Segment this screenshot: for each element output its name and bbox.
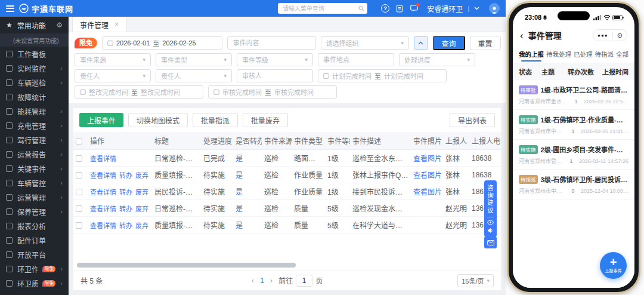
- discard-link[interactable]: 废弃: [135, 170, 148, 180]
- phone-tab-my-reports[interactable]: 我的上报: [519, 46, 544, 62]
- owner-select-1[interactable]: 责任人▾: [75, 69, 151, 82]
- phone-list-item[interactable]: 待指派 3级-石佛镇环卫所-居民投诉-垃圾车滴… 河南省郑州市中原区石佛镇电厂……: [513, 170, 634, 199]
- eye-icon[interactable]: [487, 220, 494, 225]
- menu-search[interactable]: [278, 3, 367, 14]
- sidebar-item-fault-stats[interactable]: 故障统计: [0, 90, 69, 104]
- report-date-range[interactable]: 2026-02-01 至 2026-02-25: [102, 36, 222, 50]
- audit-time-range[interactable]: 审核完成时间 至 审核完成时间: [208, 85, 337, 99]
- sidebar-item-open-platform[interactable]: 开放平台: [0, 247, 69, 262]
- help-icon[interactable]: ?: [380, 4, 390, 13]
- reset-button[interactable]: 重置: [470, 36, 501, 50]
- feedback-widget[interactable]: 咨询建议: [484, 180, 497, 237]
- sidebar-item-operation-report[interactable]: 运营报告›: [0, 147, 69, 161]
- exit-icon[interactable]: ⊙: [617, 32, 623, 39]
- discard-link[interactable]: 废弃: [135, 187, 148, 196]
- org-select[interactable]: 请选择组织▾: [321, 36, 409, 50]
- back-icon[interactable]: ‹: [520, 30, 524, 41]
- view-detail-link[interactable]: 查看详情: [90, 204, 116, 213]
- view-detail-link[interactable]: 查看详情: [90, 187, 116, 196]
- page-size-select[interactable]: 15条/页 ▾: [457, 274, 494, 287]
- auditor-field[interactable]: [237, 69, 313, 82]
- view-detail-link[interactable]: 查看详情: [90, 220, 116, 230]
- batch-discard-button[interactable]: 批量废弃: [243, 113, 288, 127]
- sidebar-item-operation-mgmt[interactable]: 运营管理›: [0, 190, 69, 204]
- goto-page-input[interactable]: [296, 275, 312, 287]
- message-icon[interactable]: [409, 4, 419, 13]
- event-location-input[interactable]: [323, 56, 389, 63]
- discard-link[interactable]: 废弃: [135, 220, 148, 230]
- switch-map-mode-button[interactable]: 切换地图模式: [128, 113, 188, 127]
- sidebar-item-vehicle-inspection[interactable]: 车辆巡检›: [0, 75, 69, 90]
- sidebar-item-sanitation-quality[interactable]: 环卫质量管理限免›: [0, 276, 69, 290]
- prev-page-button[interactable]: ‹: [252, 276, 254, 285]
- event-content-input[interactable]: [233, 39, 310, 47]
- row-checkbox[interactable]: [76, 222, 82, 229]
- sidebar-item-maintenance[interactable]: 保养管理›: [0, 204, 69, 219]
- plan-time-range[interactable]: 计划完成时间 至 计划完成时间: [318, 69, 447, 82]
- sidebar-item-key-events[interactable]: 关键事件›: [0, 161, 69, 176]
- sidebar-favorites[interactable]: ★ 常用功能 ⚙: [0, 17, 69, 33]
- menu-icon[interactable]: [6, 5, 14, 12]
- avatar[interactable]: [489, 3, 500, 14]
- phone-list-item[interactable]: 待审批 1级-市政环卫二公司-路面清扫质量-日常… 河南省郑州市金水区祭城路街道…: [513, 80, 634, 110]
- document-icon[interactable]: [395, 4, 404, 13]
- close-icon[interactable]: ×: [114, 20, 119, 29]
- more-icon[interactable]: ●●●: [597, 33, 608, 38]
- sidebar-item-parts-order[interactable]: 配件订单: [0, 233, 69, 247]
- rectify-time-range[interactable]: 整改完成时间 至 整改完成时间: [75, 85, 203, 99]
- cell-transferred[interactable]: 是: [233, 220, 262, 230]
- row-checkbox[interactable]: [76, 205, 82, 212]
- sidebar-item-vehicle-control[interactable]: 车辆管控›: [0, 176, 69, 190]
- transfer-link[interactable]: 转办: [119, 204, 132, 213]
- owner-select-2[interactable]: 责任人▾: [156, 69, 232, 82]
- collapse-filters-button[interactable]: [414, 36, 428, 50]
- org-name[interactable]: 安睿通环卫: [427, 4, 463, 14]
- phone-tab-processed[interactable]: 已处理: [574, 46, 593, 62]
- query-button[interactable]: 查询: [433, 36, 465, 50]
- report-event-button[interactable]: 上报事件: [79, 113, 123, 127]
- horizontal-scrollbar[interactable]: [77, 263, 497, 268]
- event-location-field[interactable]: [318, 53, 394, 66]
- phone-tab-pending-mine[interactable]: 待我处理: [546, 46, 571, 62]
- transfer-link[interactable]: 转办: [119, 187, 132, 196]
- event-level-select[interactable]: 事件等级▾: [237, 53, 313, 66]
- export-list-button[interactable]: 导出列表: [450, 113, 495, 127]
- sidebar-item-driving[interactable]: 驾行管理›: [0, 133, 69, 147]
- view-photo-link[interactable]: 查看图片: [411, 153, 443, 163]
- row-checkbox[interactable]: [76, 155, 82, 162]
- select-all-checkbox[interactable]: [76, 138, 82, 145]
- cell-transferred[interactable]: 是: [233, 170, 262, 180]
- view-photo-link[interactable]: 查看图片: [411, 170, 443, 180]
- phone-tab-pending-assign[interactable]: 待指派: [595, 46, 614, 62]
- chevron-down-icon[interactable]: [474, 7, 479, 10]
- view-detail-link[interactable]: 查看详情: [90, 170, 116, 180]
- sidebar-item-dashboard[interactable]: 工作看板: [0, 47, 69, 61]
- event-content-field[interactable]: [227, 36, 315, 50]
- row-checkbox[interactable]: [76, 172, 82, 179]
- sidebar-item-sanitation-plan[interactable]: 环卫作业方案限免›: [0, 262, 69, 276]
- batch-assign-button[interactable]: 批量指派: [193, 113, 238, 127]
- transfer-link[interactable]: 转办: [119, 220, 132, 230]
- auditor-input[interactable]: [242, 72, 308, 79]
- event-source-select[interactable]: 事件来源▾: [75, 53, 151, 66]
- sidebar-item-report-analysis[interactable]: 报表分析: [0, 219, 69, 233]
- mail-widget[interactable]: [484, 236, 497, 248]
- cell-transferred[interactable]: 是: [233, 153, 262, 163]
- event-type-select[interactable]: 事件类型▾: [156, 53, 232, 66]
- menu-search-input[interactable]: [278, 3, 367, 14]
- progress-select[interactable]: 处理进度▾: [399, 53, 475, 66]
- phone-list-item[interactable]: 待实施 1级-石佛镇环卫-作业质量-质量填报-南… 河南省郑州市中牟县九龙街道观…: [513, 110, 634, 140]
- cell-transferred[interactable]: 是: [233, 203, 262, 213]
- gear-icon[interactable]: ⚙: [56, 21, 63, 29]
- sidebar-item-charging[interactable]: 充电管理›: [0, 118, 69, 133]
- discard-link[interactable]: 废弃: [135, 204, 148, 213]
- tab-event-management[interactable]: 事件管理 ×: [72, 17, 126, 32]
- scrollbar-thumb[interactable]: [77, 263, 296, 268]
- report-event-fab[interactable]: + 上报事件: [600, 252, 627, 279]
- next-page-button[interactable]: ›: [270, 276, 273, 285]
- view-photo-link[interactable]: 查看图片: [411, 186, 443, 196]
- cell-transferred[interactable]: 是: [233, 186, 262, 196]
- transfer-link[interactable]: 转办: [119, 170, 132, 180]
- view-detail-link[interactable]: 查看详情: [90, 153, 116, 163]
- sidebar-item-realtime-monitor[interactable]: 实时监控›: [0, 61, 69, 75]
